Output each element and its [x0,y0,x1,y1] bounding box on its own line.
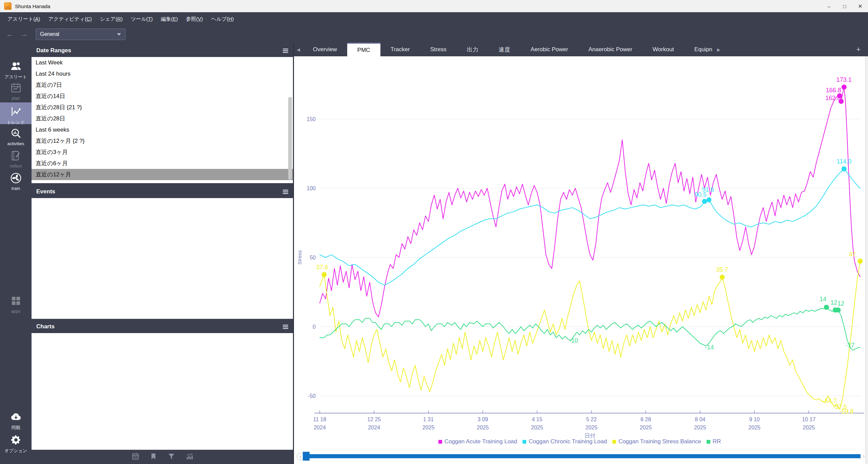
date-range-item[interactable]: 直近の12ヶ月 [32,169,293,180]
legend-item[interactable]: Coggan Acute Training Load [438,438,517,445]
menu-item-1[interactable]: アクティビティ(C) [44,14,96,24]
chart-icon [185,452,193,460]
tab-pmc[interactable]: PMC [347,43,380,56]
legend-swatch [438,440,442,444]
calendar-button[interactable] [132,452,139,462]
rail-item-activities[interactable]: activities [0,128,32,146]
rail-item-options[interactable]: オプション [0,434,32,454]
x-tick-year: 2025 [531,425,543,430]
date-range-item[interactable]: 直近の6ヶ月 [32,158,293,169]
data-point-dot [842,84,847,90]
train-icon [10,172,22,184]
date-range-item[interactable]: Last 24 hours [32,68,293,79]
x-tick-label: 5 22 [586,417,597,422]
rail-item-trend[interactable]: トレンド [0,102,32,124]
perspective-value: General [40,31,59,37]
back-button[interactable]: ← [6,30,14,39]
scroll-right-button[interactable]: › [863,453,865,459]
menu-item-2[interactable]: シェア(R) [96,14,127,24]
bookmark-icon [150,452,157,460]
add-tab-button[interactable]: + [851,43,865,56]
data-point-label: 173.1 [836,76,852,83]
menu-item-4[interactable]: 編集(E) [157,14,182,24]
data-point-label: 91.6 [702,186,714,193]
date-range-item[interactable]: Last Week [32,57,293,68]
data-point-label: 114.0 [836,158,851,165]
series-line-1 [320,169,860,285]
title-bar: Shunta Hanada – □ ✕ [0,0,868,12]
tab-aerobic-power[interactable]: Aerobic Power [520,43,578,56]
forward-button[interactable]: → [20,30,28,39]
date-ranges-header: Date Ranges [32,44,293,57]
series-line-2 [320,261,860,409]
perspective-select[interactable]: General [36,28,125,40]
charts-menu-icon[interactable] [283,324,288,330]
legend-swatch [612,440,616,444]
rail-item-reflect[interactable]: reflect [0,150,32,169]
charts-title: Charts [36,323,55,330]
legend-item[interactable]: RR [707,438,721,445]
rail-item-athletes[interactable]: アスリート [0,60,32,80]
chart-hscrollbar: ‹ › [294,451,865,464]
tab-出力[interactable]: 出力 [457,43,489,56]
tab-速度[interactable]: 速度 [489,43,520,56]
right-scroll-strip[interactable] [865,56,868,464]
bookmark-button[interactable] [150,452,157,462]
close-button[interactable]: ✕ [852,0,868,12]
rail-item-sync[interactable]: 同期 [0,411,32,431]
tabs-scroll-right-icon[interactable]: ▶ [714,43,723,56]
rail-item-plan[interactable]: plan [0,82,32,101]
minimize-button[interactable]: – [821,0,837,12]
menu-item-6[interactable]: ヘルプ(H) [207,14,238,24]
tab-workout[interactable]: Workout [643,43,684,56]
tab-anaerobic-power[interactable]: Anaerobic Power [578,43,642,56]
window-title: Shunta Hanada [15,3,50,9]
menu-item-3[interactable]: ツール(T) [127,14,157,24]
date-ranges-scrollbar[interactable] [288,97,292,180]
legend-item[interactable]: Coggan Training Stress Balance [612,438,701,445]
activities-icon [10,128,22,139]
sidebar: Date Ranges Last WeekLast 24 hours直近の7日直… [32,43,293,464]
tab-stress[interactable]: Stress [420,43,457,56]
data-point-label: 166.8 [826,87,841,94]
events-menu-icon[interactable] [283,189,288,195]
rail-item-label: 同期 [0,425,32,431]
tab-overview[interactable]: Overview [303,43,347,56]
sidebar-footer [32,450,293,464]
date-range-item[interactable]: Last 6 weeks [32,124,293,135]
app-window: Shunta Hanada – □ ✕ アスリート(A)アクティビティ(C)シェ… [0,0,868,464]
menu-item-0[interactable]: アスリート(A) [3,14,44,24]
rail-item-label: apps [0,309,32,314]
filter-button[interactable] [167,452,175,462]
date-ranges-menu-icon[interactable] [283,48,288,54]
data-point-label: 35.7 [716,266,728,273]
chart-button[interactable] [185,452,193,462]
date-range-item[interactable]: 直近の28日 [32,113,293,124]
data-point-dot [824,305,829,310]
date-range-item[interactable]: 直近の3ヶ月 [32,147,293,158]
y-tick-label: 150 [307,116,316,122]
rail-item-apps[interactable]: apps [0,295,32,314]
date-range-item[interactable]: 直近の28日 {21 ?} [32,102,293,113]
legend-item[interactable]: Coggan Chronic Training Load [522,438,607,445]
x-tick-label: 8 04 [695,417,705,422]
data-point-label: 37.6 [316,264,328,271]
rail-item-train[interactable]: train [0,172,32,191]
scrollbar-thumb[interactable] [309,454,861,458]
data-point-label: 162.8 [825,95,841,101]
menu-item-5[interactable]: 参照(V) [182,14,207,24]
date-range-item[interactable]: 直近の7日 [32,79,293,91]
x-tick-year: 2025 [477,425,489,430]
date-range-item[interactable]: 直近の14日 [32,91,293,102]
options-icon [10,434,22,446]
data-point-label: -14 [705,344,714,351]
maximize-button[interactable]: □ [837,0,852,12]
date-range-item[interactable]: 直近の12ヶ月 {2 ?} [32,135,293,147]
series-line-0 [320,87,860,317]
tab-equipn[interactable]: Equipn [684,43,714,56]
x-tick-year: 2024 [314,425,326,430]
x-tick-label: 12 25 [367,417,381,422]
tabs-scroll-left-icon[interactable]: ◀ [294,43,303,56]
tab-tracker[interactable]: Tracker [380,43,420,56]
scrollbar-handle-left[interactable] [303,452,310,461]
